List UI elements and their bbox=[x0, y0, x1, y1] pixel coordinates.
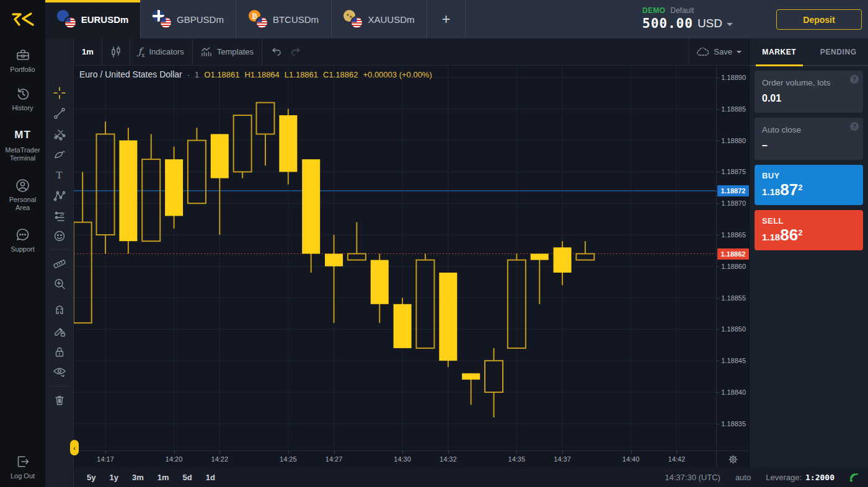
magnet-tool-button[interactable] bbox=[50, 302, 69, 320]
timeframe-button[interactable]: 1m bbox=[74, 38, 102, 66]
candle-14:27 bbox=[325, 235, 343, 323]
sidebar-item-personal-area[interactable]: Personal Area bbox=[0, 177, 45, 212]
order-volume-card[interactable]: ? Order volume, lots 0.01 bbox=[755, 71, 863, 113]
pattern-tool-button[interactable] bbox=[50, 186, 69, 205]
range-1m-button[interactable]: 1m bbox=[157, 473, 169, 482]
chart-plot-area[interactable]: Euro / United States Dollar · 1 O1.18861… bbox=[74, 66, 716, 450]
crosshair-tool-button[interactable] bbox=[50, 84, 69, 102]
eurusd-flag-pair-icon bbox=[57, 10, 76, 29]
drawing-lock-mode-button[interactable] bbox=[50, 322, 69, 341]
chevron-down-icon bbox=[737, 51, 742, 53]
chart-style-button[interactable] bbox=[102, 38, 130, 66]
exness-terminal: { "colors": { "accent_yellow": "#f7c617"… bbox=[0, 0, 868, 487]
trend-line-tool-button[interactable] bbox=[50, 104, 69, 123]
lock-all-button[interactable] bbox=[50, 343, 69, 361]
y-axis-tick bbox=[717, 298, 719, 299]
pitchfork-tool-button[interactable] bbox=[50, 125, 69, 144]
order-volume-value[interactable]: 0.01 bbox=[762, 93, 856, 104]
symbol-tab-label: XAUUSDm bbox=[368, 14, 414, 25]
x-axis-label: 14:32 bbox=[435, 455, 462, 463]
sidebar-item-support[interactable]: Support bbox=[0, 227, 45, 253]
x-axis-tick bbox=[105, 451, 106, 454]
brush-tool-button[interactable] bbox=[50, 146, 69, 164]
x-axis-tick bbox=[174, 451, 175, 454]
redo-icon bbox=[291, 48, 302, 56]
sidebar-item-label: MetaTrader bbox=[0, 146, 45, 154]
x-axis-tick bbox=[219, 451, 220, 454]
candle-14:19 bbox=[142, 134, 160, 241]
time-axis[interactable]: 14:1714:2014:2214:2514:2714:3014:3214:35… bbox=[74, 450, 716, 468]
symbol-tab-gbpusdm[interactable]: GBPUSDm bbox=[141, 0, 236, 38]
range-3m-button[interactable]: 3m bbox=[132, 473, 144, 482]
tab-market[interactable]: MARKET bbox=[750, 38, 809, 65]
undo-button[interactable] bbox=[262, 38, 290, 66]
buy-button[interactable]: BUY 1.18 87 2 bbox=[755, 165, 863, 205]
sidebar-item-logout[interactable]: Log Out bbox=[0, 454, 45, 480]
tab-pending[interactable]: PENDING bbox=[809, 38, 868, 65]
symbol-tab-btcusdm[interactable]: ₿ BTCUSDm bbox=[236, 0, 332, 38]
candle-14:21 bbox=[188, 128, 206, 203]
y-axis-tick bbox=[717, 266, 719, 267]
templates-label: Templates bbox=[217, 47, 254, 56]
xauusd-flag-pair-icon bbox=[343, 10, 362, 29]
exness-logo[interactable] bbox=[0, 0, 45, 38]
account-switcher[interactable]: DEMO Default 500.00 USD bbox=[642, 6, 733, 31]
account-type-label: Default bbox=[670, 6, 694, 15]
redo-button[interactable] bbox=[290, 38, 310, 66]
symbol-tab-eurusdm[interactable]: EURUSDm bbox=[45, 0, 141, 38]
sidebar-item-label: Terminal bbox=[0, 154, 45, 162]
candle-14:28 bbox=[348, 222, 366, 260]
account-currency: USD bbox=[698, 17, 722, 30]
remove-drawings-button[interactable] bbox=[50, 391, 69, 410]
us-flag-icon bbox=[350, 16, 363, 29]
sidebar-item-metatrader[interactable]: MT MetaTrader Terminal bbox=[0, 129, 45, 162]
candle-14:25 bbox=[279, 109, 297, 185]
help-icon[interactable]: ? bbox=[850, 75, 859, 84]
measure-tool-button[interactable] bbox=[50, 254, 69, 273]
x-axis-label: 14:20 bbox=[161, 455, 188, 463]
save-layout-button[interactable]: Save bbox=[689, 38, 749, 66]
help-icon[interactable]: ? bbox=[850, 122, 859, 131]
buy-label: BUY bbox=[762, 171, 856, 180]
leverage-value: 1:2000 bbox=[805, 473, 835, 482]
text-tool-button[interactable]: T bbox=[50, 166, 69, 185]
auto-close-value[interactable]: – bbox=[762, 140, 856, 151]
emoji-tool-button[interactable] bbox=[50, 227, 69, 245]
order-panel: MARKET PENDING ? Order volume, lots 0.01… bbox=[749, 38, 868, 468]
candlestick-style-icon bbox=[110, 46, 122, 58]
zoom-in-tool-button[interactable] bbox=[50, 274, 69, 293]
range-1d-button[interactable]: 1d bbox=[206, 473, 215, 482]
y-axis-label: 1.18870 bbox=[721, 199, 746, 208]
position-tool-button[interactable] bbox=[50, 207, 69, 226]
sell-button[interactable]: SELL 1.18 86 2 bbox=[755, 210, 863, 250]
auto-close-card[interactable]: ? Auto close – bbox=[755, 118, 863, 160]
candle-14:31 bbox=[416, 254, 434, 348]
us-flag-icon bbox=[255, 16, 268, 29]
indicators-button[interactable]: ƒx Indicators bbox=[130, 38, 192, 66]
cloud-save-icon bbox=[697, 48, 709, 56]
axis-settings-button[interactable] bbox=[716, 450, 749, 468]
sidebar-item-portfolio[interactable]: Portfolio bbox=[0, 47, 45, 74]
timezone-auto-button[interactable]: auto bbox=[735, 473, 751, 482]
sidebar-item-history[interactable]: History bbox=[0, 86, 45, 112]
us-flag-icon bbox=[64, 16, 77, 29]
save-label: Save bbox=[714, 47, 732, 56]
price-axis[interactable]: 1.188901.188851.188801.188751.188701.188… bbox=[716, 66, 749, 450]
deposit-button[interactable]: Deposit bbox=[776, 9, 862, 30]
connection-signal-icon bbox=[849, 473, 859, 483]
range-1y-button[interactable]: 1y bbox=[109, 473, 118, 482]
hide-drawings-button[interactable] bbox=[50, 363, 69, 382]
y-axis-label: 1.18845 bbox=[721, 356, 746, 365]
symbol-tab-xauusdm[interactable]: XAUUSDm bbox=[332, 0, 427, 38]
candle-14:38 bbox=[576, 241, 594, 260]
range-5y-button[interactable]: 5y bbox=[87, 473, 95, 482]
range-5d-button[interactable]: 5d bbox=[183, 473, 192, 482]
y-axis-label: 1.18865 bbox=[721, 230, 746, 239]
account-balance: 500.00 bbox=[642, 16, 693, 31]
y-axis-tick bbox=[717, 172, 719, 172]
add-symbol-tab-button[interactable]: + bbox=[427, 0, 466, 38]
collapse-toolbar-handle[interactable]: ‹ bbox=[70, 440, 79, 455]
y-axis-tick bbox=[717, 392, 719, 393]
candle-14:22 bbox=[211, 134, 229, 235]
templates-button[interactable]: Templates bbox=[193, 38, 262, 66]
